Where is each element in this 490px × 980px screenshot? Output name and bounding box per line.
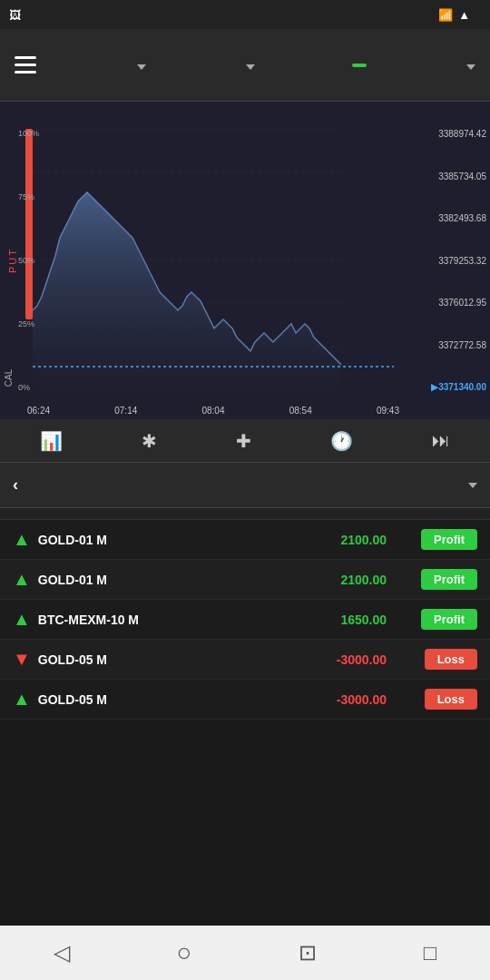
payout-cell: 2100.00 — [278, 533, 387, 547]
contract-cell: ▲ GOLD-05 M — [13, 689, 278, 710]
result-cell: Loss — [387, 689, 477, 710]
result-badge: Profit — [421, 569, 477, 590]
sort-dropdown-arrow — [468, 483, 477, 488]
positions-list: ▲ GOLD-01 M 2100.00 Profit ▲ GOLD-01 M 2… — [0, 520, 490, 720]
pct-100: 100% — [18, 129, 39, 138]
accounts-label — [463, 61, 475, 72]
interval-dropdown-arrow — [246, 64, 255, 70]
result-badge: Loss — [425, 649, 477, 670]
x-label-4: 08:54 — [289, 406, 312, 416]
positions-header: ‹ — [0, 463, 490, 508]
contract-name: GOLD-01 M — [38, 573, 107, 587]
accounts-dropdown-arrow — [466, 64, 475, 70]
menu-button[interactable] — [7, 49, 44, 81]
y-axis: 3388974.42 3385734.05 3382493.68 3379253… — [399, 102, 490, 419]
instrument-dropdown-arrow — [137, 64, 146, 70]
direction-arrow: ▲ — [13, 689, 31, 710]
interval-label — [242, 61, 255, 72]
order-sort[interactable] — [461, 483, 477, 488]
positions-title: ‹ — [13, 475, 25, 495]
direction-arrow: ▲ — [13, 569, 31, 590]
result-cell: Loss — [387, 649, 477, 670]
nav-home-button[interactable] — [158, 931, 210, 975]
contract-cell: ▲ GOLD-01 M — [13, 569, 278, 590]
result-badge: Profit — [421, 609, 477, 630]
chart-container: PUT CAL 100% 75% 50% 25% 0% 3388974.42 3… — [0, 102, 490, 419]
payout-cell: -3000.00 — [278, 692, 387, 707]
pct-75: 75% — [18, 192, 39, 201]
x-axis: 06:24 07:14 08:04 08:54 09:43 — [27, 406, 399, 416]
table-header — [0, 508, 490, 520]
status-left: 🖼 — [9, 8, 21, 22]
clock-tool[interactable]: 🕐 — [316, 423, 368, 459]
draw-tool[interactable]: ✱ — [127, 423, 172, 459]
table-row[interactable]: ▲ GOLD-01 M 2100.00 Profit — [0, 560, 490, 600]
result-badge: Loss — [425, 689, 477, 710]
y-label-6: 3372772.58 — [399, 340, 486, 350]
image-icon: 🖼 — [9, 8, 21, 22]
y-label-1: 3388974.42 — [399, 129, 486, 139]
crosshair-tool[interactable]: ✚ — [221, 423, 266, 459]
y-label-current: ▶3371340.00 — [399, 382, 486, 392]
result-cell: Profit — [387, 609, 477, 630]
direction-arrow: ▲ — [13, 609, 31, 630]
payout-cell: 1650.00 — [278, 612, 387, 627]
payout-cell: -3000.00 — [278, 652, 387, 667]
nav-back-button[interactable] — [35, 933, 88, 973]
payout-cell: 2100.00 — [278, 573, 387, 587]
status-bar: 🖼 📶 ▲ — [0, 0, 490, 29]
contract-cell: ▲ BTC-MEXM-10 M — [13, 609, 278, 630]
interval-pct-badge — [352, 64, 367, 67]
signal-icon: ▲ — [458, 8, 470, 22]
table-row[interactable]: ▲ BTC-MEXM-10 M 1650.00 Profit — [0, 600, 490, 640]
table-row[interactable]: ▲ GOLD-05 M -3000.00 Loss — [0, 680, 490, 720]
y-label-2: 3385734.05 — [399, 172, 486, 181]
nav-recents-button[interactable] — [280, 933, 335, 973]
accounts-selector[interactable] — [456, 55, 483, 75]
table-row[interactable]: ▼ GOLD-05 M -3000.00 Loss — [0, 640, 490, 680]
direction-arrow: ▼ — [13, 649, 31, 670]
result-badge: Profit — [421, 529, 477, 550]
x-label-1: 06:24 — [27, 406, 50, 416]
x-label-3: 08:04 — [201, 406, 224, 416]
direction-arrow: ▲ — [13, 529, 31, 550]
skip-tool[interactable]: ⏭ — [417, 423, 465, 458]
x-label-5: 09:43 — [377, 406, 399, 416]
pct-50: 50% — [18, 256, 39, 265]
cal-label: CAL — [4, 369, 14, 387]
result-cell: Profit — [387, 529, 477, 550]
chart-toolbar: 📊 ✱ ✚ 🕐 ⏭ — [0, 419, 490, 463]
nav-square-button[interactable] — [406, 933, 456, 973]
put-label: PUT — [7, 248, 18, 273]
candlestick-tool[interactable]: 📊 — [25, 423, 77, 459]
back-arrow-icon[interactable]: ‹ — [13, 475, 18, 495]
status-right: 📶 ▲ — [433, 8, 481, 22]
toolbar — [0, 29, 490, 102]
pct-0: 0% — [18, 383, 39, 392]
contract-name: GOLD-05 M — [38, 692, 107, 707]
contract-name: GOLD-05 M — [38, 652, 107, 667]
wifi-icon: 📶 — [438, 8, 453, 22]
y-label-3: 3382493.68 — [399, 213, 486, 223]
interval-selector[interactable] — [235, 55, 262, 75]
result-cell: Profit — [387, 569, 477, 590]
contract-name: BTC-MEXM-10 M — [38, 612, 139, 627]
contract-cell: ▲ GOLD-01 M — [13, 529, 278, 550]
contract-cell: ▼ GOLD-05 M — [13, 649, 278, 670]
y-label-5: 3376012.95 — [399, 298, 486, 308]
y-label-4: 3379253.32 — [399, 256, 486, 266]
pct-25: 25% — [18, 319, 39, 328]
interval-badge-section[interactable] — [345, 60, 374, 71]
table-row[interactable]: ▲ GOLD-01 M 2100.00 Profit — [0, 520, 490, 560]
chart-svg[interactable] — [33, 129, 394, 392]
x-label-2: 07:14 — [114, 406, 137, 416]
percent-labels: 100% 75% 50% 25% 0% — [18, 102, 39, 419]
instrument-label — [133, 61, 146, 72]
instrument-selector[interactable] — [126, 55, 153, 75]
bottom-nav — [0, 926, 490, 980]
contract-name: GOLD-01 M — [38, 533, 107, 547]
